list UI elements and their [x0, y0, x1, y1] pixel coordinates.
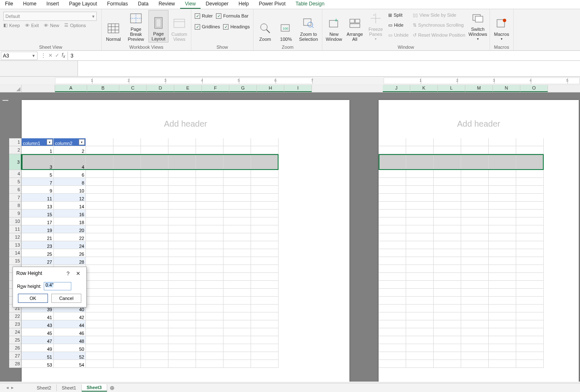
cell[interactable]	[516, 241, 544, 249]
cell[interactable]	[86, 178, 113, 186]
cell[interactable]	[168, 217, 196, 225]
cell[interactable]	[141, 360, 168, 368]
cell[interactable]	[489, 146, 516, 154]
cell[interactable]	[196, 225, 223, 233]
cell[interactable]	[113, 146, 141, 154]
cell[interactable]: 8	[54, 178, 86, 186]
cell[interactable]	[406, 225, 434, 233]
cell[interactable]	[489, 194, 516, 202]
cell[interactable]	[379, 344, 406, 352]
cell[interactable]	[489, 273, 516, 281]
cell[interactable]	[141, 257, 168, 265]
row-header[interactable]: 24	[9, 328, 22, 336]
cell[interactable]	[489, 241, 516, 249]
cell[interactable]	[223, 210, 251, 217]
cell[interactable]: 52	[54, 352, 86, 360]
cell[interactable]	[489, 210, 516, 217]
cell[interactable]	[251, 257, 279, 265]
cell[interactable]	[461, 202, 489, 210]
cell[interactable]	[516, 233, 544, 241]
cell[interactable]	[434, 217, 461, 225]
row-header[interactable]: 10	[9, 217, 22, 225]
cell[interactable]	[251, 265, 279, 273]
cell[interactable]	[461, 178, 489, 186]
zoom-button[interactable]: Zoom	[255, 10, 275, 42]
cell[interactable]	[251, 186, 279, 194]
cell[interactable]	[489, 289, 516, 297]
cell[interactable]	[461, 154, 489, 170]
cell[interactable]	[141, 186, 168, 194]
tab-file[interactable]: File	[0, 0, 18, 9]
accept-fx-icon[interactable]: ✓	[55, 52, 59, 58]
cell[interactable]	[516, 257, 544, 265]
cell[interactable]	[223, 225, 251, 233]
cell[interactable]	[379, 186, 406, 194]
cell[interactable]	[196, 281, 223, 289]
cell[interactable]: 12	[54, 194, 86, 202]
cell[interactable]	[379, 217, 406, 225]
cell[interactable]	[168, 320, 196, 328]
tab-home[interactable]: Home	[18, 0, 41, 9]
cell[interactable]	[434, 305, 461, 312]
cell[interactable]	[516, 194, 544, 202]
cell[interactable]: 6	[54, 170, 86, 178]
cell[interactable]	[223, 352, 251, 360]
cell[interactable]	[113, 233, 141, 241]
cell[interactable]	[434, 352, 461, 360]
dialog-close-button[interactable]: ✕	[73, 270, 83, 277]
cell[interactable]: 7	[22, 178, 54, 186]
cell[interactable]	[86, 281, 113, 289]
hide-button[interactable]: ▭Hide	[387, 20, 410, 30]
cell[interactable]	[516, 186, 544, 194]
cell[interactable]	[461, 210, 489, 217]
cell[interactable]	[196, 233, 223, 241]
cell[interactable]	[196, 297, 223, 305]
cell[interactable]	[406, 289, 434, 297]
cancel-button[interactable]: Cancel	[51, 294, 81, 303]
cell[interactable]	[461, 281, 489, 289]
row-header[interactable]: 2	[9, 146, 22, 154]
cell[interactable]: 22	[54, 233, 86, 241]
column-header-J[interactable]: J	[383, 85, 410, 92]
cell[interactable]	[223, 202, 251, 210]
tab-data[interactable]: Data	[133, 0, 153, 9]
cell[interactable]: 44	[54, 320, 86, 328]
headings-checkbox[interactable]: ✓Headings	[221, 22, 251, 32]
cell[interactable]	[113, 194, 141, 202]
cell[interactable]	[516, 217, 544, 225]
cell[interactable]	[196, 249, 223, 257]
cell[interactable]	[86, 217, 113, 225]
tab-view[interactable]: View	[180, 0, 201, 9]
cell[interactable]	[406, 257, 434, 265]
cell[interactable]	[379, 312, 406, 320]
cell[interactable]	[196, 210, 223, 217]
row-header[interactable]: 12	[9, 233, 22, 241]
column-header-G[interactable]: G	[229, 85, 257, 92]
cell[interactable]	[141, 178, 168, 186]
cell[interactable]	[141, 241, 168, 249]
cell[interactable]	[379, 265, 406, 273]
cell[interactable]	[86, 360, 113, 368]
cell[interactable]: 21	[22, 233, 54, 241]
cell[interactable]	[168, 186, 196, 194]
cell[interactable]	[223, 305, 251, 312]
cell[interactable]	[516, 146, 544, 154]
cell[interactable]	[379, 336, 406, 344]
column-header-K[interactable]: K	[410, 85, 438, 92]
cell[interactable]	[516, 138, 544, 146]
cell[interactable]	[516, 320, 544, 328]
cell[interactable]	[86, 265, 113, 273]
page-break-preview-button[interactable]: Page Break Preview	[124, 10, 148, 42]
cell[interactable]	[434, 320, 461, 328]
cell[interactable]	[516, 210, 544, 217]
cell[interactable]	[406, 202, 434, 210]
cell[interactable]	[489, 344, 516, 352]
cell[interactable]	[113, 336, 141, 344]
column-header-M[interactable]: M	[465, 85, 493, 92]
worksheet-area[interactable]: 1234567891011121314152122232425262728 Ad…	[0, 92, 580, 382]
cell[interactable]	[196, 360, 223, 368]
cell[interactable]	[406, 320, 434, 328]
cell[interactable]	[141, 170, 168, 178]
cell[interactable]	[196, 146, 223, 154]
cell[interactable]	[406, 241, 434, 249]
